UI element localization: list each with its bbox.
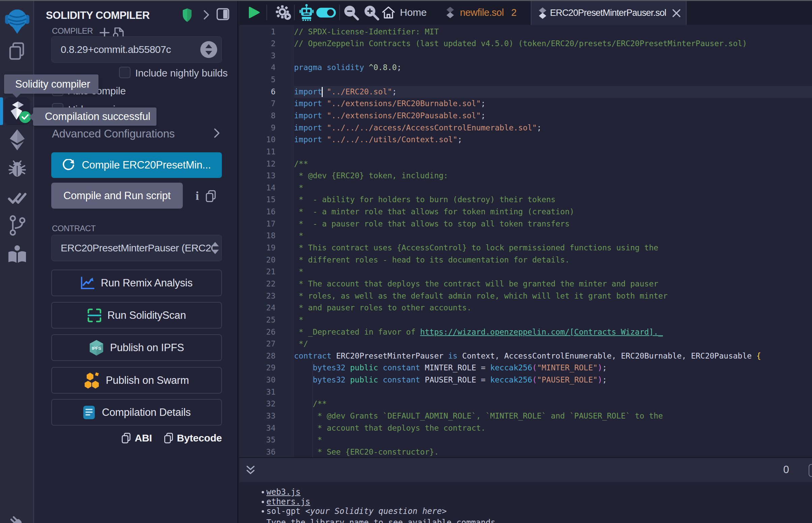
copy-icon[interactable] [205,190,216,202]
scan-icon [87,308,102,323]
compilation-successful-tooltip: Compilation successful [33,108,157,126]
compilation-details-button[interactable]: Compilation Details [51,399,222,426]
remix-logo-icon[interactable] [0,8,34,34]
line-number: 31 [240,386,276,398]
code-editor[interactable]: 1234567891011121314151617181920212223242… [240,25,812,457]
copy-bytecode-group[interactable]: Bytecode [163,432,222,444]
line-number: 10 [240,134,276,146]
publish-on-swarm-button[interactable]: Publish on Swarm [51,367,222,394]
zoom-in-icon[interactable] [364,5,380,21]
settings-run-icon[interactable] [275,5,292,20]
zoom-out-icon[interactable] [343,5,359,21]
include-nightly-label[interactable]: Include nightly builds [135,67,228,79]
ai-toggle-on[interactable] [316,8,336,18]
tab-newfile-badge: 2 [511,7,517,18]
tab-newfile-label: newfile.sol [460,7,504,18]
tab-home[interactable]: Home [378,0,430,25]
code-line: * This contract uses {AccessControl} to … [294,242,658,254]
toolbar-separator [294,5,295,20]
select-arrows-icon [200,41,217,58]
source-control-icon[interactable] [0,215,34,236]
toolbar-separator [339,5,340,20]
run-script-icon[interactable] [248,6,260,19]
compile-button[interactable]: Compile ERC20PresetMin... [51,152,222,178]
line-number: 9 [240,122,276,134]
editor-toolbar: Home newfile.sol 2 ERC20PresetMinterPaus… [240,0,812,25]
line-number: 19 [240,242,276,254]
code-line: bytes32 public constant MINTER_ROLE = ke… [294,362,607,374]
home-icon [382,6,395,19]
info-icon[interactable]: i [191,189,204,203]
contract-select[interactable]: ERC20PresetMinterPauser (ERC20 [51,235,222,261]
line-number: 27 [240,338,276,350]
run-remix-analysis-label: Run Remix Analysis [101,277,193,289]
line-number: 8 [240,110,276,122]
editor-area: Home newfile.sol 2 ERC20PresetMinterPaus… [240,0,812,523]
compile-button-label: Compile ERC20PresetMin... [82,159,211,171]
copy-abi-icon [121,432,131,444]
terminal-list-item: sol-gpt <your Solidity question here> [266,506,447,516]
terminal-list-item[interactable]: web3.js [266,487,300,497]
line-number: 16 [240,206,276,218]
compiler-version-select[interactable]: 0.8.29+commit.ab55807c [51,36,222,63]
run-solidityscan-button[interactable]: Run SolidityScan [51,302,222,328]
terminal-output[interactable]: web3.jsethers.jssol-gpt <your Solidity q… [240,482,812,523]
deploy-and-run-icon[interactable] [0,129,34,150]
line-number: 12 [240,158,276,170]
code-line: // OpenZeppelin Contracts (last updated … [294,38,747,50]
tab-active-file[interactable]: ERC20PresetMinterPauser.sol [531,1,687,25]
terminal-list-item[interactable]: ethers.js [266,497,310,507]
publish-on-ipfs-button[interactable]: IPFS Publish on IPFS [51,334,222,361]
advanced-configurations-row[interactable]: Advanced Configurations [52,127,222,140]
bullet-icon [262,501,264,503]
line-number: 3 [240,50,276,62]
collapse-chevron-icon[interactable] [203,10,209,20]
expand-terminal-icon[interactable] [246,465,255,475]
toolbar-separator [266,5,267,20]
swarm-icon [84,372,100,389]
code-line: * [294,182,303,194]
file-explorer-icon[interactable] [0,42,34,61]
copy-abi-group[interactable]: ABI [121,432,152,444]
shield-icon[interactable] [182,8,192,22]
static-analysis-icon[interactable] [0,187,34,206]
terminal-search-box[interactable] [809,464,812,477]
line-number: 26 [240,326,276,338]
compiler-version-value: 0.8.29+commit.ab55807c [61,44,171,55]
code-line: contract ERC20PresetMinterPauser is Cont… [294,350,761,362]
editor-gutter: 1234567891011121314151617181920212223242… [240,25,294,457]
line-number: 7 [240,98,276,110]
advanced-configurations-label: Advanced Configurations [52,127,175,140]
line-number: 1 [240,26,276,38]
ai-robot-icon[interactable] [299,4,314,21]
compilation-successful-tooltip-text: Compilation successful [45,110,151,123]
line-number: 23 [240,290,276,302]
tab-active-label: ERC20PresetMinterPauser.sol [550,8,666,18]
expand-chevron-icon [214,128,219,138]
tooltip-caret [29,113,33,121]
code-line: pragma solidity ^0.8.0; [294,62,402,74]
text-cursor [322,87,323,97]
line-number: 34 [240,422,276,434]
split-panel-icon[interactable] [216,8,229,20]
tab-newfile[interactable]: newfile.sol 2 [442,0,520,25]
plugin-manager-icon[interactable] [0,513,34,523]
include-nightly-checkbox[interactable] [119,67,130,78]
line-number: 6 [240,86,276,98]
compilation-details-label: Compilation Details [102,407,191,418]
debugger-icon[interactable] [0,158,34,178]
learneth-icon[interactable] [0,245,34,264]
code-line: bytes32 public constant PAUSER_ROLE = ke… [294,374,607,386]
line-number: 33 [240,410,276,422]
copy-artifacts-row: ABI Bytecode [51,431,222,445]
contract-select-value: ERC20PresetMinterPauser (ERC20 [61,242,213,254]
line-number: 14 [240,182,276,194]
close-tab-icon[interactable] [672,9,681,18]
svg-text:IPFS: IPFS [92,346,102,351]
chart-line-icon [81,276,95,290]
compile-and-run-button[interactable]: Compile and Run script [51,183,183,209]
run-solidityscan-label: Run SolidityScan [108,309,186,322]
terminal-hint: Type the library name to see available c… [266,518,495,523]
terminal-bar[interactable]: 0 [240,457,812,482]
run-remix-analysis-button[interactable]: Run Remix Analysis [51,270,222,296]
